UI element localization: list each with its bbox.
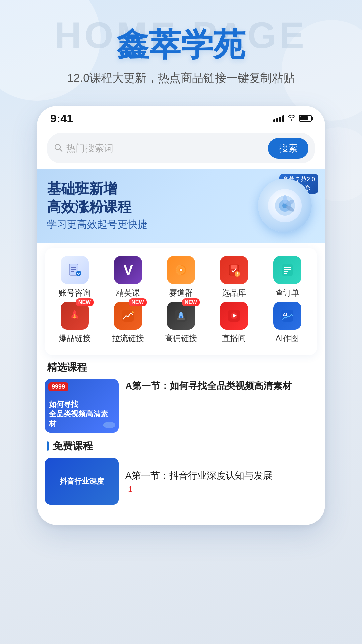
new-badge-pull: NEW (129, 298, 146, 306)
grid-item-select[interactable]: 选品库 (212, 256, 256, 298)
banner-title-line2: 高效涨粉课程 (47, 198, 255, 216)
grid-icon-wrap-pull: NEW (114, 302, 142, 330)
app-subtitle: 12.0课程大更新，热点商品链接一键复制粘贴 (0, 70, 362, 86)
grid-label-high: 高佣链接 (165, 333, 197, 344)
phone-mockup-wrapper: 9:41 (0, 106, 362, 525)
free-courses-title: 免费课程 (53, 439, 93, 453)
svg-rect-18 (231, 265, 237, 269)
grid-icon-wrap-high: NEW (167, 302, 195, 330)
phone-mockup: 9:41 (37, 106, 325, 525)
search-button[interactable]: 搜索 (268, 138, 308, 159)
svg-point-28 (132, 311, 134, 313)
svg-line-1 (60, 149, 62, 151)
svg-point-13 (76, 271, 81, 276)
grid-item-hot[interactable]: NEW 爆品链接 (53, 302, 97, 344)
banner-text-area: 基础班新增 高效涨粉课程 学习更高效起号更快捷 (47, 180, 255, 231)
grid-label-pull: 拉流链接 (112, 333, 144, 344)
status-icons (273, 114, 312, 123)
grid-icon-wrap-account (61, 256, 89, 284)
grid-row-2: NEW 爆品链接 NEW (48, 302, 314, 344)
banner-image-area (255, 175, 315, 236)
grid-item-elite[interactable]: V 精英课 (106, 256, 150, 298)
grid-label-select: 选品库 (222, 287, 246, 298)
free-thumb-text-1: 抖音行业深度 (57, 474, 107, 489)
free-courses-title-wrap: 免费课程 (37, 439, 325, 458)
grid-label-hot: 爆品链接 (59, 333, 91, 344)
battery-fill (300, 116, 308, 120)
svg-text:AI: AI (283, 312, 287, 317)
course-title-1: A第一节：如何寻找全品类视频高清素材 (125, 379, 317, 393)
banner: 基础班新增 高效涨粉课程 学习更高效起号更快捷 鑫萃学苑2.0 支付体系 (37, 169, 325, 243)
selected-courses-title: 精选课程 (47, 361, 87, 374)
banner-subtitle: 学习更高效起号更快捷 (47, 218, 255, 231)
header-section: HOME PAGE 鑫萃学苑 12.0课程大更新，热点商品链接一键复制粘贴 (0, 0, 362, 86)
svg-rect-22 (282, 264, 293, 276)
grid-label-live: 直播间 (222, 333, 246, 344)
course-info-1: A第一节：如何寻找全品类视频高清素材 (125, 379, 317, 393)
course-thumb-badge-1: 9999 (48, 382, 68, 391)
selected-courses-title-wrap: 精选课程 (37, 361, 325, 379)
signal-bar-3 (279, 117, 281, 122)
new-badge-high: NEW (182, 298, 200, 306)
free-course-info-1: A第一节：抖音行业深度认知与发展 -1 (125, 469, 273, 494)
search-icon (54, 143, 63, 154)
grid-icon-account (61, 256, 89, 284)
signal-bar-2 (276, 118, 278, 122)
battery-icon (299, 115, 312, 122)
grid-label-account: 账号咨询 (59, 287, 91, 298)
grid-label-elite: 精英课 (116, 287, 140, 298)
grid-icon-race (167, 256, 195, 284)
grid-icon-wrap-ai: AI (273, 302, 301, 330)
svg-rect-31 (177, 318, 185, 320)
banner-circle (258, 179, 312, 232)
banner-inner-circle (268, 189, 302, 222)
signal-bar-4 (282, 115, 284, 122)
bottom-spacing (37, 512, 325, 525)
signal-bars-icon (273, 115, 284, 122)
grid-icon-wrap-select (220, 256, 248, 284)
grid-icon-wrap-order (273, 256, 301, 284)
search-input-area[interactable]: 热门搜索词 (54, 142, 265, 155)
grid-icon-live (220, 302, 248, 330)
grid-icon-select (220, 256, 248, 284)
signal-bar-1 (273, 119, 275, 122)
grid-menu-card: 账号咨询 V 精英课 (45, 248, 317, 355)
grid-icon-elite: V (114, 256, 142, 284)
status-time: 9:41 (50, 112, 73, 125)
free-thumb-1: 抖音行业深度 (45, 458, 119, 505)
grid-icon-wrap-elite: V (114, 256, 142, 284)
grid-icon-wrap-live (220, 302, 248, 330)
grid-label-ai: AI作图 (275, 333, 299, 344)
grid-icon-wrap-race (167, 256, 195, 284)
free-course-title-1: A第一节：抖音行业深度认知与发展 (125, 469, 273, 483)
svg-point-5 (283, 195, 287, 204)
search-placeholder: 热门搜索词 (66, 142, 113, 155)
free-course-sub-1: -1 (125, 485, 273, 494)
grid-item-account[interactable]: 账号咨询 (53, 256, 97, 298)
grid-row-1: 账号咨询 V 精英课 (48, 256, 314, 298)
grid-item-pull[interactable]: NEW 拉流链接 (106, 302, 150, 344)
section-divider (47, 441, 49, 451)
wifi-icon (288, 114, 296, 123)
search-bar-wrap: 热门搜索词 搜索 (37, 128, 325, 169)
grid-icon-ai: AI (273, 302, 301, 330)
course-card-row[interactable]: 9999 如何寻找全品类视频高清素材 A第一节：如何寻找全品类视频高清素材 (37, 379, 325, 439)
search-bar[interactable]: 热门搜索词 搜索 (47, 133, 315, 163)
grid-label-race: 赛道群 (169, 287, 193, 298)
grid-item-ai[interactable]: AI AI作图 (265, 302, 309, 344)
grid-icon-wrap-hot: NEW (61, 302, 89, 330)
banner-title-line1: 基础班新增 (47, 180, 255, 198)
grid-icon-order (273, 256, 301, 284)
app-title: 鑫萃学苑 (0, 27, 362, 62)
grid-label-order: 查订单 (275, 287, 299, 298)
new-badge-hot: NEW (76, 298, 94, 306)
grid-item-live[interactable]: 直播间 (212, 302, 256, 344)
grid-item-high[interactable]: NEW 高佣链接 (159, 302, 203, 344)
free-course-row[interactable]: 抖音行业深度 A第一节：抖音行业深度认知与发展 -1 (37, 458, 325, 512)
svg-point-21 (237, 274, 238, 275)
svg-point-30 (180, 316, 182, 318)
grid-item-race[interactable]: 赛道群 (159, 256, 203, 298)
course-thumb-1: 9999 如何寻找全品类视频高清素材 (45, 379, 119, 433)
grid-item-order[interactable]: 查订单 (265, 256, 309, 298)
status-bar: 9:41 (37, 106, 325, 128)
